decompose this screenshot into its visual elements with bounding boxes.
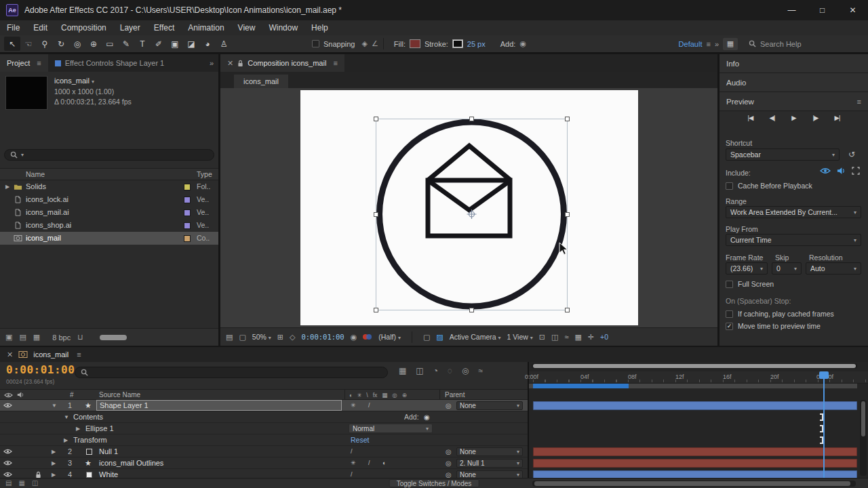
- timeline-row[interactable]: ▶TransformReset: [0, 434, 528, 446]
- twirl-icon[interactable]: ▶: [64, 434, 68, 446]
- label-color-swatch[interactable]: [184, 209, 191, 216]
- camera-tool[interactable]: ◎: [69, 37, 85, 51]
- full-screen-checkbox[interactable]: Full Screen: [726, 280, 774, 288]
- timeline-horizontal-scrollbar[interactable]: [532, 481, 856, 487]
- chevron-down-icon[interactable]: ▾: [92, 79, 94, 85]
- comp-timecode[interactable]: 0:00:01:00: [301, 333, 344, 341]
- current-time-indicator-head[interactable]: [819, 371, 829, 379]
- type-tool[interactable]: T: [134, 37, 151, 51]
- snapping-checkbox[interactable]: [312, 40, 319, 47]
- comp-marker-icon[interactable]: ◫: [32, 479, 38, 487]
- parent-dropdown[interactable]: None▾: [456, 470, 523, 478]
- twirl-icon[interactable]: ▼: [52, 400, 57, 411]
- name-column-header[interactable]: Name: [26, 170, 45, 178]
- shape-tool[interactable]: ▭: [102, 37, 118, 51]
- mini-flowchart-icon[interactable]: ▦: [399, 366, 406, 375]
- project-row[interactable]: icons_shop.aiVe..: [0, 219, 218, 232]
- snap-angle-icon[interactable]: ∠: [372, 39, 378, 48]
- label-color-swatch[interactable]: [184, 235, 191, 242]
- close-button[interactable]: ✕: [837, 0, 868, 20]
- eraser-tool[interactable]: ◪: [183, 37, 199, 51]
- new-composition-icon[interactable]: ▦: [33, 333, 40, 342]
- viewer-tab[interactable]: icons_mail: [234, 75, 288, 88]
- composition-viewport[interactable]: [220, 88, 717, 327]
- pickwhip-icon[interactable]: ◎: [446, 400, 452, 411]
- reset-link[interactable]: Reset: [351, 434, 369, 446]
- layer-switches[interactable]: ✳ / ◐: [351, 458, 391, 469]
- project-search-input[interactable]: ▾: [4, 149, 214, 161]
- maximize-button[interactable]: □: [807, 0, 837, 20]
- draft-3d-icon[interactable]: ◫: [416, 366, 423, 375]
- interpret-footage-icon[interactable]: ▣: [5, 333, 12, 342]
- panel-menu-icon[interactable]: ≡: [857, 98, 861, 106]
- add-button[interactable]: ◉: [424, 411, 430, 423]
- minimize-button[interactable]: —: [776, 0, 807, 20]
- type-column-header[interactable]: Type: [197, 170, 212, 178]
- snap-option-icon[interactable]: ◈: [362, 39, 368, 48]
- roi-icon[interactable]: ▢: [423, 333, 430, 342]
- property-name[interactable]: Ellipse 1: [85, 423, 114, 434]
- pickwhip-icon[interactable]: ◎: [446, 446, 452, 458]
- current-time-indicator[interactable]: [823, 371, 825, 478]
- workspace-grid-icon[interactable]: ▦: [723, 38, 738, 50]
- move-time-checkbox[interactable]: Move time to preview time: [726, 322, 821, 330]
- layer-name[interactable]: White: [99, 469, 118, 478]
- tab-overflow-icon[interactable]: »: [205, 54, 218, 72]
- cache-before-playback-checkbox[interactable]: Cache Before Playback: [726, 182, 812, 190]
- layer-switches[interactable]: ✳ /: [351, 400, 376, 411]
- exposure-value[interactable]: +0: [600, 333, 608, 341]
- menu-item[interactable]: Window: [262, 20, 304, 35]
- stroke-width-value[interactable]: 25 px: [467, 40, 486, 48]
- label-color-swatch[interactable]: [184, 197, 191, 203]
- exposure-icon[interactable]: ✛: [588, 333, 594, 342]
- source-name-column-header[interactable]: Source Name: [99, 391, 140, 399]
- motion-blur-icon[interactable]: ◎: [462, 366, 469, 375]
- layer-duration-bar[interactable]: [533, 447, 857, 456]
- group-name[interactable]: Contents: [73, 411, 103, 423]
- view-options-icon[interactable]: ⊡: [539, 333, 545, 342]
- switch-column-icon[interactable]: ◖: [349, 392, 352, 399]
- eye-icon[interactable]: [3, 460, 12, 466]
- envelope-shape[interactable]: [428, 146, 511, 236]
- workspace-menu-icon[interactable]: ≡: [706, 40, 710, 48]
- layer-name[interactable]: icons_mail Outlines: [99, 458, 163, 469]
- parent-dropdown[interactable]: 2. Null 1▾: [456, 459, 523, 468]
- search-options-icon[interactable]: ▾: [21, 152, 24, 158]
- switch-column-icon[interactable]: fx: [373, 392, 378, 399]
- preview-panel-header[interactable]: Preview ≡: [719, 92, 868, 111]
- menu-item[interactable]: View: [231, 20, 262, 35]
- panel-menu-icon[interactable]: ≡: [77, 350, 81, 359]
- delete-icon[interactable]: ⊔: [77, 333, 83, 342]
- next-frame-button[interactable]: |▶: [809, 114, 823, 121]
- fast-previews-icon[interactable]: ≈: [564, 333, 568, 341]
- project-list-header[interactable]: Name Type: [0, 168, 218, 180]
- layer-name[interactable]: Null 1: [99, 446, 118, 458]
- caching-checkbox[interactable]: If caching, play cached frames: [726, 310, 834, 318]
- panel-options-icon[interactable]: ▤: [226, 333, 233, 342]
- add-shape-icon[interactable]: ◉: [519, 39, 526, 48]
- toolbar-overflow-icon[interactable]: »: [715, 40, 719, 48]
- twirl-icon[interactable]: ▶: [52, 469, 56, 478]
- help-search[interactable]: Search Help: [749, 40, 864, 48]
- graph-editor-icon[interactable]: ≈: [479, 366, 484, 375]
- snapshot-icon[interactable]: ◉: [351, 333, 357, 342]
- label-color-swatch[interactable]: [184, 184, 191, 190]
- include-overlays-icon[interactable]: [852, 167, 860, 175]
- blend-mode-dropdown[interactable]: Normal▾: [349, 424, 433, 433]
- twirl-icon[interactable]: ▶: [52, 446, 56, 458]
- zoom-menu[interactable]: 50% ▾: [252, 333, 271, 341]
- horizontal-scrollbar[interactable]: [100, 335, 127, 340]
- transparency-grid-icon[interactable]: ▨: [436, 333, 443, 342]
- tab-composition[interactable]: ✕ Composition icons_mail ≡: [220, 54, 344, 72]
- selected-item-name[interactable]: icons_mail ▾: [54, 76, 132, 87]
- label-color-swatch[interactable]: [184, 222, 191, 229]
- selection-tool[interactable]: ↖: [4, 37, 20, 51]
- play-from-dropdown[interactable]: Current Time▾: [726, 234, 861, 246]
- work-area-bar[interactable]: [529, 384, 857, 388]
- mask-visibility-icon[interactable]: ◇: [290, 333, 295, 342]
- twirl-icon[interactable]: ▶: [76, 423, 80, 434]
- expand-transform-icon[interactable]: ▤: [5, 479, 12, 487]
- timeline-navigator[interactable]: [532, 363, 857, 369]
- puppet-pin-tool[interactable]: ♙: [216, 37, 232, 51]
- eye-icon[interactable]: [3, 403, 12, 408]
